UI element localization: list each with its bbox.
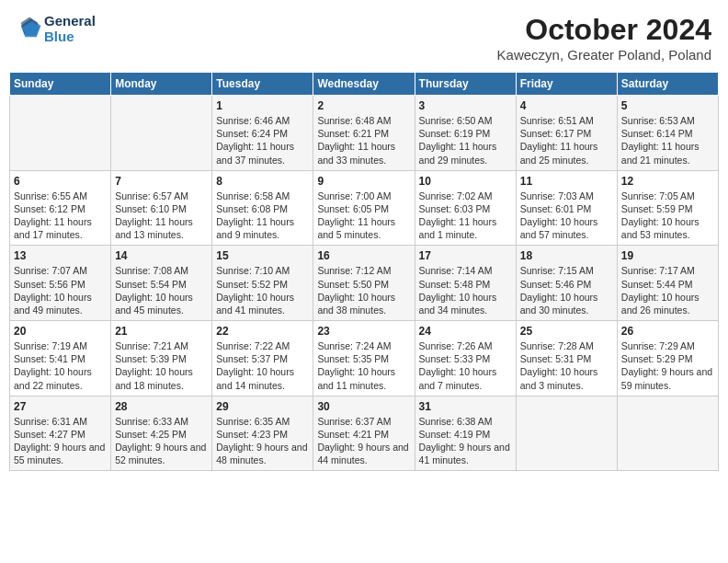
daylight-text: Daylight: 10 hours and 57 minutes. [520, 216, 598, 240]
sunrise-text: Sunrise: 6:48 AM [317, 115, 391, 126]
sunset-text: Sunset: 5:41 PM [14, 353, 85, 364]
sunrise-text: Sunrise: 7:29 AM [621, 340, 695, 351]
day-info: Sunrise: 6:46 AMSunset: 6:24 PMDaylight:… [216, 114, 309, 167]
sunset-text: Sunset: 6:08 PM [216, 203, 288, 214]
day-number: 23 [317, 325, 410, 338]
day-number: 16 [317, 249, 410, 262]
calendar-cell: 9Sunrise: 7:00 AMSunset: 6:05 PMDaylight… [313, 170, 415, 246]
sunset-text: Sunset: 5:44 PM [621, 279, 693, 290]
daylight-text: Daylight: 10 hours and 3 minutes. [520, 366, 598, 390]
calendar-cell: 28Sunrise: 6:33 AMSunset: 4:25 PMDayligh… [111, 396, 212, 471]
calendar-cell: 22Sunrise: 7:22 AMSunset: 5:37 PMDayligh… [212, 321, 313, 396]
day-number: 5 [621, 99, 714, 112]
calendar-week-4: 20Sunrise: 7:19 AMSunset: 5:41 PMDayligh… [10, 321, 719, 396]
sunrise-text: Sunrise: 6:38 AM [419, 416, 493, 427]
daylight-text: Daylight: 10 hours and 30 minutes. [520, 292, 598, 316]
calendar-cell: 24Sunrise: 7:26 AMSunset: 5:33 PMDayligh… [415, 321, 516, 396]
day-info: Sunrise: 7:10 AMSunset: 5:52 PMDaylight:… [216, 264, 309, 316]
day-info: Sunrise: 7:03 AMSunset: 6:01 PMDaylight:… [520, 190, 613, 242]
daylight-text: Daylight: 11 hours and 9 minutes. [216, 216, 294, 240]
sunrise-text: Sunrise: 7:05 AM [621, 190, 695, 201]
calendar-cell: 30Sunrise: 6:37 AMSunset: 4:21 PMDayligh… [313, 396, 415, 471]
day-info: Sunrise: 6:53 AMSunset: 6:14 PMDaylight:… [621, 114, 714, 167]
day-info: Sunrise: 6:48 AMSunset: 6:21 PMDaylight:… [317, 114, 410, 167]
calendar-cell: 29Sunrise: 6:35 AMSunset: 4:23 PMDayligh… [212, 396, 313, 471]
day-info: Sunrise: 7:05 AMSunset: 5:59 PMDaylight:… [621, 190, 714, 242]
sunrise-text: Sunrise: 6:55 AM [14, 190, 87, 201]
daylight-text: Daylight: 10 hours and 22 minutes. [14, 366, 92, 390]
calendar-week-2: 6Sunrise: 6:55 AMSunset: 6:12 PMDaylight… [10, 170, 719, 246]
page-title: October 2024 [497, 13, 711, 47]
day-number: 6 [14, 175, 107, 188]
day-info: Sunrise: 7:08 AMSunset: 5:54 PMDaylight:… [115, 264, 208, 316]
sunset-text: Sunset: 5:52 PM [216, 279, 288, 290]
weekday-header-saturday: Saturday [617, 73, 718, 96]
daylight-text: Daylight: 10 hours and 18 minutes. [115, 366, 193, 390]
title-block: October 2024 Kaweczyn, Greater Poland, P… [497, 13, 711, 63]
calendar-cell: 13Sunrise: 7:07 AMSunset: 5:56 PMDayligh… [10, 246, 111, 321]
daylight-text: Daylight: 11 hours and 37 minutes. [216, 141, 294, 165]
day-number: 31 [419, 400, 512, 413]
day-number: 15 [216, 249, 309, 262]
day-info: Sunrise: 7:29 AMSunset: 5:29 PMDaylight:… [621, 339, 714, 392]
day-number: 27 [14, 400, 107, 413]
calendar-cell [516, 396, 617, 471]
weekday-header-sunday: Sunday [10, 73, 111, 96]
calendar-cell: 15Sunrise: 7:10 AMSunset: 5:52 PMDayligh… [212, 246, 313, 321]
sunrise-text: Sunrise: 7:10 AM [216, 265, 290, 276]
sunset-text: Sunset: 6:19 PM [419, 128, 491, 139]
calendar-cell: 19Sunrise: 7:17 AMSunset: 5:44 PMDayligh… [617, 246, 718, 321]
daylight-text: Daylight: 10 hours and 53 minutes. [621, 216, 700, 240]
day-number: 2 [317, 99, 410, 112]
sunrise-text: Sunrise: 7:26 AM [419, 340, 493, 351]
sunrise-text: Sunrise: 7:24 AM [317, 340, 391, 351]
day-info: Sunrise: 7:14 AMSunset: 5:48 PMDaylight:… [419, 264, 512, 316]
calendar-cell: 31Sunrise: 6:38 AMSunset: 4:19 PMDayligh… [415, 396, 516, 471]
day-number: 12 [621, 175, 714, 188]
calendar-table: SundayMondayTuesdayWednesdayThursdayFrid… [9, 72, 719, 471]
calendar-cell: 18Sunrise: 7:15 AMSunset: 5:46 PMDayligh… [516, 246, 617, 321]
calendar-cell: 10Sunrise: 7:02 AMSunset: 6:03 PMDayligh… [415, 170, 516, 246]
calendar-cell: 17Sunrise: 7:14 AMSunset: 5:48 PMDayligh… [415, 246, 516, 321]
day-number: 13 [14, 249, 107, 262]
day-number: 19 [621, 249, 714, 262]
calendar-cell: 25Sunrise: 7:28 AMSunset: 5:31 PMDayligh… [516, 321, 617, 396]
calendar-cell: 6Sunrise: 6:55 AMSunset: 6:12 PMDaylight… [10, 170, 111, 246]
calendar-header-row: SundayMondayTuesdayWednesdayThursdayFrid… [10, 73, 719, 96]
day-info: Sunrise: 6:38 AMSunset: 4:19 PMDaylight:… [419, 415, 512, 467]
day-info: Sunrise: 6:51 AMSunset: 6:17 PMDaylight:… [520, 114, 613, 167]
sunrise-text: Sunrise: 7:03 AM [520, 190, 594, 201]
calendar-cell: 8Sunrise: 6:58 AMSunset: 6:08 PMDaylight… [212, 170, 313, 246]
sunset-text: Sunset: 4:25 PM [115, 429, 187, 440]
day-number: 9 [317, 175, 410, 188]
daylight-text: Daylight: 11 hours and 17 minutes. [14, 216, 92, 240]
day-number: 4 [520, 99, 613, 112]
sunset-text: Sunset: 5:31 PM [520, 353, 592, 364]
day-number: 17 [419, 249, 512, 262]
sunset-text: Sunset: 4:27 PM [14, 429, 85, 440]
sunrise-text: Sunrise: 6:51 AM [520, 115, 594, 126]
sunrise-text: Sunrise: 7:21 AM [115, 340, 188, 351]
sunset-text: Sunset: 4:23 PM [216, 429, 288, 440]
sunrise-text: Sunrise: 6:58 AM [216, 190, 290, 201]
day-info: Sunrise: 7:28 AMSunset: 5:31 PMDaylight:… [520, 339, 613, 392]
daylight-text: Daylight: 9 hours and 55 minutes. [14, 442, 105, 465]
day-info: Sunrise: 6:33 AMSunset: 4:25 PMDaylight:… [115, 415, 208, 467]
sunset-text: Sunset: 5:33 PM [419, 353, 491, 364]
sunrise-text: Sunrise: 7:28 AM [520, 340, 594, 351]
sunrise-text: Sunrise: 6:46 AM [216, 115, 290, 126]
daylight-text: Daylight: 11 hours and 13 minutes. [115, 216, 193, 240]
daylight-text: Daylight: 10 hours and 14 minutes. [216, 366, 294, 390]
calendar-cell: 11Sunrise: 7:03 AMSunset: 6:01 PMDayligh… [516, 170, 617, 246]
daylight-text: Daylight: 10 hours and 41 minutes. [216, 292, 294, 316]
calendar-week-5: 27Sunrise: 6:31 AMSunset: 4:27 PMDayligh… [10, 396, 719, 471]
calendar-cell [10, 96, 111, 171]
calendar-cell [111, 96, 212, 171]
sunset-text: Sunset: 5:29 PM [621, 353, 693, 364]
sunset-text: Sunset: 5:59 PM [621, 203, 693, 214]
day-info: Sunrise: 7:07 AMSunset: 5:56 PMDaylight:… [14, 264, 107, 316]
sunrise-text: Sunrise: 7:08 AM [115, 265, 188, 276]
logo: General Blue [17, 13, 96, 44]
sunset-text: Sunset: 5:35 PM [317, 353, 389, 364]
sunset-text: Sunset: 5:50 PM [317, 279, 389, 290]
